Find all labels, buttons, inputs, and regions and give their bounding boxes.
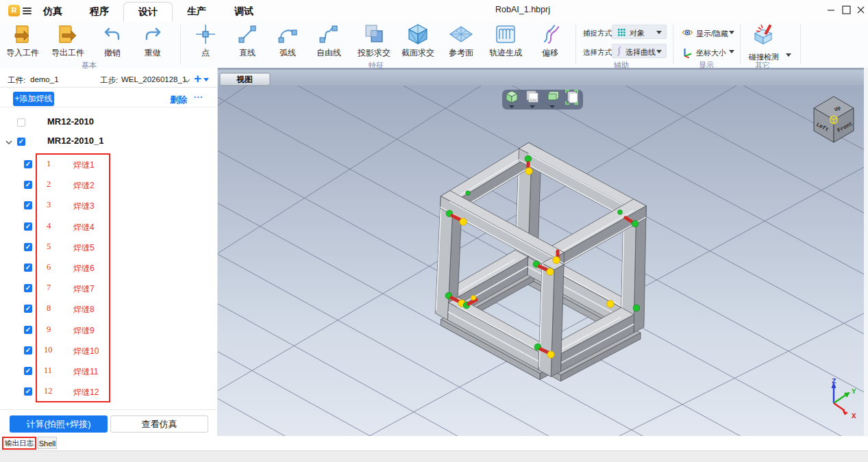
svg-text:视图: 视图 xyxy=(236,75,253,84)
svg-text:Solid: Solid xyxy=(530,99,537,102)
svg-text:Y: Y xyxy=(852,387,856,396)
svg-text:X: X xyxy=(852,412,856,420)
svg-text:Z: Z xyxy=(832,377,836,385)
